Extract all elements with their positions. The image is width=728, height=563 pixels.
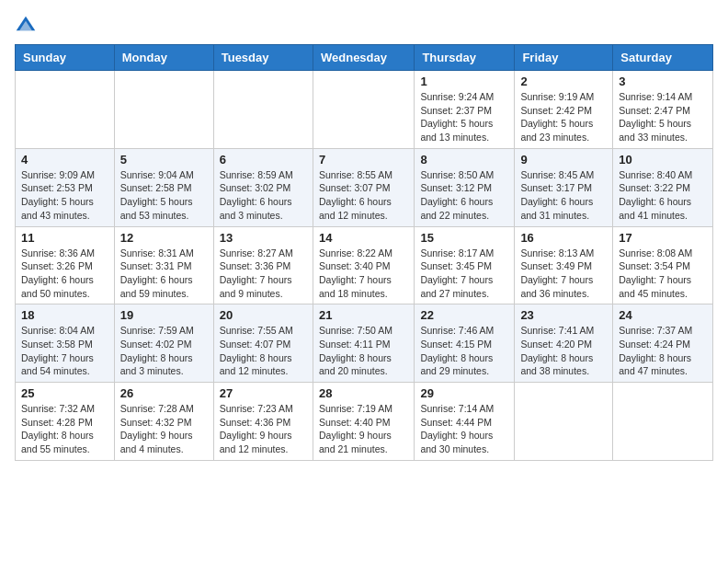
day-info: Sunrise: 8:55 AM Sunset: 3:07 PM Dayligh… — [319, 168, 408, 223]
day-number: 28 — [319, 386, 408, 400]
day-info: Sunrise: 8:27 AM Sunset: 3:36 PM Dayligh… — [220, 247, 307, 301]
day-info: Sunrise: 7:59 AM Sunset: 4:02 PM Dayligh… — [120, 324, 208, 378]
calendar-day-cell: 8Sunrise: 8:50 AM Sunset: 3:12 PM Daylig… — [415, 148, 515, 226]
calendar-day-cell: 23Sunrise: 7:41 AM Sunset: 4:20 PM Dayli… — [515, 304, 613, 383]
calendar-day-cell: 22Sunrise: 7:46 AM Sunset: 4:15 PM Dayli… — [415, 304, 515, 383]
day-number: 27 — [220, 386, 307, 400]
day-number: 21 — [319, 308, 408, 322]
day-info: Sunrise: 7:50 AM Sunset: 4:11 PM Dayligh… — [319, 324, 408, 378]
day-number: 20 — [220, 308, 307, 322]
day-info: Sunrise: 9:04 AM Sunset: 2:58 PM Dayligh… — [120, 168, 208, 223]
day-number: 1 — [420, 75, 508, 88]
calendar-day-cell: 1Sunrise: 9:24 AM Sunset: 2:37 PM Daylig… — [415, 71, 515, 149]
day-number: 16 — [520, 231, 607, 245]
calendar-day-cell: 11Sunrise: 8:36 AM Sunset: 3:26 PM Dayli… — [16, 226, 115, 304]
day-number: 24 — [619, 308, 707, 322]
calendar-table: SundayMondayTuesdayWednesdayThursdayFrid… — [15, 44, 713, 461]
day-info: Sunrise: 7:28 AM Sunset: 4:32 PM Dayligh… — [120, 402, 208, 456]
day-number: 14 — [319, 231, 408, 245]
calendar-day-cell: 29Sunrise: 7:14 AM Sunset: 4:44 PM Dayli… — [415, 383, 515, 461]
calendar-day-cell: 15Sunrise: 8:17 AM Sunset: 3:45 PM Dayli… — [415, 226, 515, 304]
day-info: Sunrise: 9:24 AM Sunset: 2:37 PM Dayligh… — [420, 90, 508, 144]
day-info: Sunrise: 8:40 AM Sunset: 3:22 PM Dayligh… — [619, 168, 707, 223]
logo-icon — [15, 15, 37, 37]
calendar-day-cell: 13Sunrise: 8:27 AM Sunset: 3:36 PM Dayli… — [213, 226, 313, 304]
day-number: 15 — [420, 231, 508, 245]
day-info: Sunrise: 7:19 AM Sunset: 4:40 PM Dayligh… — [319, 402, 408, 456]
day-info: Sunrise: 7:46 AM Sunset: 4:15 PM Dayligh… — [420, 324, 508, 378]
calendar-week-row: 25Sunrise: 7:32 AM Sunset: 4:28 PM Dayli… — [16, 383, 713, 461]
day-info: Sunrise: 8:36 AM Sunset: 3:26 PM Dayligh… — [21, 247, 108, 301]
calendar-day-cell: 3Sunrise: 9:14 AM Sunset: 2:47 PM Daylig… — [613, 71, 713, 149]
calendar-day-cell: 9Sunrise: 8:45 AM Sunset: 3:17 PM Daylig… — [515, 148, 613, 226]
day-info: Sunrise: 8:08 AM Sunset: 3:54 PM Dayligh… — [619, 247, 707, 301]
day-number: 29 — [420, 386, 508, 400]
weekday-header: Friday — [515, 45, 613, 71]
calendar-day-cell: 19Sunrise: 7:59 AM Sunset: 4:02 PM Dayli… — [114, 304, 213, 383]
calendar-day-cell: 4Sunrise: 9:09 AM Sunset: 2:53 PM Daylig… — [16, 148, 115, 226]
day-info: Sunrise: 9:14 AM Sunset: 2:47 PM Dayligh… — [619, 90, 707, 144]
calendar-day-cell — [613, 383, 713, 461]
day-number: 13 — [220, 231, 307, 245]
logo — [15, 15, 40, 37]
day-info: Sunrise: 7:55 AM Sunset: 4:07 PM Dayligh… — [220, 324, 307, 378]
day-number: 10 — [619, 153, 707, 167]
day-info: Sunrise: 8:45 AM Sunset: 3:17 PM Dayligh… — [520, 168, 607, 223]
calendar-day-cell: 24Sunrise: 7:37 AM Sunset: 4:24 PM Dayli… — [613, 304, 713, 383]
day-number: 8 — [420, 153, 508, 167]
calendar-day-cell — [313, 71, 414, 149]
day-number: 7 — [319, 153, 408, 167]
calendar-day-cell: 6Sunrise: 8:59 AM Sunset: 3:02 PM Daylig… — [213, 148, 313, 226]
calendar-day-cell: 16Sunrise: 8:13 AM Sunset: 3:49 PM Dayli… — [515, 226, 613, 304]
calendar-week-row: 4Sunrise: 9:09 AM Sunset: 2:53 PM Daylig… — [16, 148, 713, 226]
calendar-week-row: 18Sunrise: 8:04 AM Sunset: 3:58 PM Dayli… — [16, 304, 713, 383]
weekday-header: Monday — [114, 45, 213, 71]
weekday-header: Wednesday — [313, 45, 414, 71]
day-number: 12 — [120, 231, 208, 245]
calendar-day-cell: 10Sunrise: 8:40 AM Sunset: 3:22 PM Dayli… — [613, 148, 713, 226]
weekday-header: Tuesday — [213, 45, 313, 71]
day-info: Sunrise: 8:13 AM Sunset: 3:49 PM Dayligh… — [520, 247, 607, 301]
day-number: 19 — [120, 308, 208, 322]
day-number: 11 — [21, 231, 108, 245]
day-info: Sunrise: 8:59 AM Sunset: 3:02 PM Dayligh… — [220, 168, 307, 223]
day-number: 26 — [120, 386, 208, 400]
day-number: 17 — [619, 231, 707, 245]
day-number: 18 — [21, 308, 108, 322]
calendar-day-cell: 28Sunrise: 7:19 AM Sunset: 4:40 PM Dayli… — [313, 383, 414, 461]
day-info: Sunrise: 7:32 AM Sunset: 4:28 PM Dayligh… — [21, 402, 108, 456]
day-info: Sunrise: 7:23 AM Sunset: 4:36 PM Dayligh… — [220, 402, 307, 456]
calendar-day-cell: 12Sunrise: 8:31 AM Sunset: 3:31 PM Dayli… — [114, 226, 213, 304]
weekday-header: Thursday — [415, 45, 515, 71]
calendar-day-cell: 26Sunrise: 7:28 AM Sunset: 4:32 PM Dayli… — [114, 383, 213, 461]
calendar-day-cell — [515, 383, 613, 461]
calendar-day-cell: 14Sunrise: 8:22 AM Sunset: 3:40 PM Dayli… — [313, 226, 414, 304]
calendar-day-cell: 21Sunrise: 7:50 AM Sunset: 4:11 PM Dayli… — [313, 304, 414, 383]
day-info: Sunrise: 7:37 AM Sunset: 4:24 PM Dayligh… — [619, 324, 707, 378]
day-info: Sunrise: 7:14 AM Sunset: 4:44 PM Dayligh… — [420, 402, 508, 456]
calendar-day-cell: 18Sunrise: 8:04 AM Sunset: 3:58 PM Dayli… — [16, 304, 115, 383]
day-info: Sunrise: 8:22 AM Sunset: 3:40 PM Dayligh… — [319, 247, 408, 301]
weekday-header: Saturday — [613, 45, 713, 71]
day-info: Sunrise: 7:41 AM Sunset: 4:20 PM Dayligh… — [520, 324, 607, 378]
calendar-day-cell: 7Sunrise: 8:55 AM Sunset: 3:07 PM Daylig… — [313, 148, 414, 226]
day-number: 4 — [21, 153, 108, 167]
calendar-day-cell — [114, 71, 213, 149]
day-info: Sunrise: 8:31 AM Sunset: 3:31 PM Dayligh… — [120, 247, 208, 301]
day-number: 6 — [220, 153, 307, 167]
page-header — [15, 15, 713, 37]
day-info: Sunrise: 8:50 AM Sunset: 3:12 PM Dayligh… — [420, 168, 508, 223]
day-number: 3 — [619, 75, 707, 88]
day-info: Sunrise: 9:19 AM Sunset: 2:42 PM Dayligh… — [520, 90, 607, 144]
day-number: 5 — [120, 153, 208, 167]
day-number: 2 — [520, 75, 607, 88]
day-info: Sunrise: 8:04 AM Sunset: 3:58 PM Dayligh… — [21, 324, 108, 378]
calendar-day-cell — [213, 71, 313, 149]
calendar-day-cell: 25Sunrise: 7:32 AM Sunset: 4:28 PM Dayli… — [16, 383, 115, 461]
day-number: 22 — [420, 308, 508, 322]
calendar-header-row: SundayMondayTuesdayWednesdayThursdayFrid… — [16, 45, 713, 71]
calendar-week-row: 1Sunrise: 9:24 AM Sunset: 2:37 PM Daylig… — [16, 71, 713, 149]
calendar-day-cell: 27Sunrise: 7:23 AM Sunset: 4:36 PM Dayli… — [213, 383, 313, 461]
calendar-day-cell: 5Sunrise: 9:04 AM Sunset: 2:58 PM Daylig… — [114, 148, 213, 226]
calendar-week-row: 11Sunrise: 8:36 AM Sunset: 3:26 PM Dayli… — [16, 226, 713, 304]
